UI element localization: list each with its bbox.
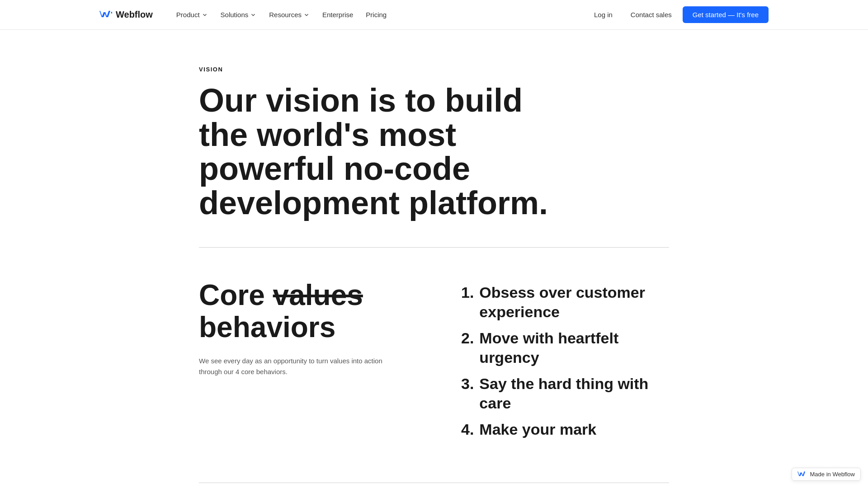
webflow-logo-icon	[99, 11, 112, 19]
behavior-text-3: Say the hard thing with care	[479, 374, 669, 413]
behavior-num-3: 3.	[461, 374, 474, 413]
nav-enterprise[interactable]: Enterprise	[317, 7, 359, 22]
behavior-1: 1. Obsess over customer experience	[461, 283, 669, 321]
made-in-webflow-label: Made in Webflow	[810, 471, 855, 478]
get-started-button[interactable]: Get started — It's free	[683, 6, 769, 23]
contact-sales-link[interactable]: Contact sales	[623, 7, 679, 22]
core-values-title: Core values behaviors	[199, 279, 434, 343]
nav-links: Product Solutions Resources Enterprise P…	[171, 7, 587, 22]
nav-product[interactable]: Product	[171, 7, 213, 22]
navigation: Webflow Product Solutions Resources Ente…	[0, 0, 868, 30]
core-values-right: 1. Obsess over customer experience 2. Mo…	[461, 279, 669, 446]
behavior-num-2: 2.	[461, 328, 474, 367]
logo-link[interactable]: Webflow	[99, 9, 153, 20]
vision-section: VISION Our vision is to build the world'…	[199, 30, 669, 247]
chevron-down-icon	[202, 12, 208, 18]
vision-label: VISION	[199, 66, 669, 73]
behavior-text-1: Obsess over customer experience	[479, 283, 669, 321]
behavior-3: 3. Say the hard thing with care	[461, 374, 669, 413]
nav-solutions[interactable]: Solutions	[215, 7, 262, 22]
login-link[interactable]: Log in	[587, 7, 620, 22]
strikethrough-values: values	[273, 279, 363, 311]
made-in-webflow-badge[interactable]: Made in Webflow	[792, 468, 861, 481]
behaviors-list: 1. Obsess over customer experience 2. Mo…	[461, 283, 669, 439]
behavior-text-2: Move with heartfelt urgency	[479, 328, 669, 367]
behavior-text-4: Make your mark	[479, 420, 596, 439]
core-values-section: Core values behaviors We see every day a…	[199, 248, 669, 483]
nav-resources[interactable]: Resources	[264, 7, 315, 22]
behavior-4: 4. Make your mark	[461, 420, 669, 439]
webflow-badge-icon	[797, 471, 807, 478]
behavior-2: 2. Move with heartfelt urgency	[461, 328, 669, 367]
core-values-left: Core values behaviors We see every day a…	[199, 279, 434, 446]
logo-text: Webflow	[116, 9, 153, 20]
backed-section: Backed by Accel CapitalG	[199, 483, 669, 488]
nav-pricing[interactable]: Pricing	[360, 7, 392, 22]
behavior-num-1: 1.	[461, 283, 474, 321]
behavior-num-4: 4.	[461, 420, 474, 439]
nav-right: Log in Contact sales Get started — It's …	[587, 6, 769, 23]
chevron-down-icon	[303, 12, 310, 18]
core-values-description: We see every day as an opportunity to tu…	[199, 356, 398, 377]
chevron-down-icon	[250, 12, 256, 18]
vision-title: Our vision is to build the world's most …	[199, 84, 570, 220]
main-content: VISION Our vision is to build the world'…	[0, 0, 868, 488]
